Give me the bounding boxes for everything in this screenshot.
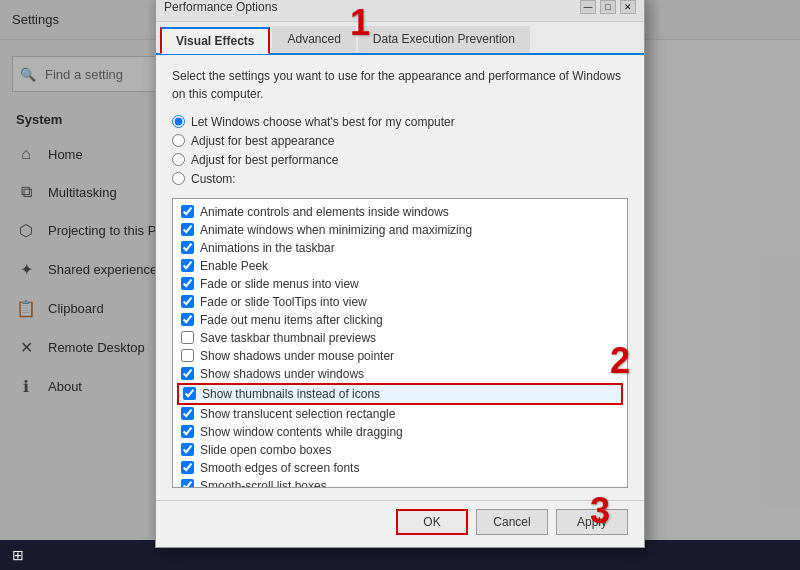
dialog-description: Select the settings you want to use for … [172,67,628,103]
checkbox-item-5: Fade or slide ToolTips into view [177,293,623,311]
checkbox-label-12[interactable]: Show window contents while dragging [200,425,403,439]
checkbox-item-7: Save taskbar thumbnail previews [177,329,623,347]
tab-advanced[interactable]: Advanced [272,26,355,53]
checkbox-item-2: Animations in the taskbar [177,239,623,257]
ok-button[interactable]: OK [396,509,468,535]
checkbox-item-0: Animate controls and elements inside win… [177,203,623,221]
checkbox-label-2[interactable]: Animations in the taskbar [200,241,335,255]
radio-item-best-performance: Adjust for best performance [172,153,628,167]
checkbox-2[interactable] [181,241,194,254]
tab-visual-effects[interactable]: Visual Effects [160,27,270,54]
checkbox-5[interactable] [181,295,194,308]
checkbox-4[interactable] [181,277,194,290]
checkbox-label-4[interactable]: Fade or slide menus into view [200,277,359,291]
radio-item-custom: Custom: [172,172,628,186]
minimize-button[interactable]: — [580,0,596,14]
maximize-button[interactable]: □ [600,0,616,14]
checkbox-item-10: Show thumbnails instead of icons [177,383,623,405]
checkbox-label-9[interactable]: Show shadows under windows [200,367,364,381]
checkbox-item-9: Show shadows under windows [177,365,623,383]
checkbox-label-10[interactable]: Show thumbnails instead of icons [202,387,380,401]
checkbox-item-3: Enable Peek [177,257,623,275]
checkbox-12[interactable] [181,425,194,438]
checkbox-label-8[interactable]: Show shadows under mouse pointer [200,349,394,363]
dialog-titlebar: Performance Options — □ ✕ [156,0,644,22]
radio-group: Let Windows choose what's best for my co… [172,115,628,186]
checkbox-label-14[interactable]: Smooth edges of screen fonts [200,461,359,475]
checkbox-8[interactable] [181,349,194,362]
titlebar-controls: — □ ✕ [580,0,636,14]
checkbox-label-1[interactable]: Animate windows when minimizing and maxi… [200,223,472,237]
close-button[interactable]: ✕ [620,0,636,14]
dialog-body: Select the settings you want to use for … [156,55,644,500]
checkbox-3[interactable] [181,259,194,272]
checkbox-item-14: Smooth edges of screen fonts [177,459,623,477]
checkbox-label-11[interactable]: Show translucent selection rectangle [200,407,395,421]
checkbox-item-11: Show translucent selection rectangle [177,405,623,423]
radio-best-performance[interactable] [172,153,185,166]
start-icon[interactable]: ⊞ [8,545,28,565]
radio-best-performance-label[interactable]: Adjust for best performance [191,153,338,167]
radio-best-appearance[interactable] [172,134,185,147]
checkbox-0[interactable] [181,205,194,218]
modal-overlay: Performance Options — □ ✕ Visual Effects… [0,0,800,540]
radio-let-windows[interactable] [172,115,185,128]
checkbox-7[interactable] [181,331,194,344]
checkbox-6[interactable] [181,313,194,326]
checkbox-14[interactable] [181,461,194,474]
checkbox-item-8: Show shadows under mouse pointer [177,347,623,365]
checkbox-label-3[interactable]: Enable Peek [200,259,268,273]
checkbox-label-6[interactable]: Fade out menu items after clicking [200,313,383,327]
apply-button[interactable]: Apply [556,509,628,535]
checkbox-item-1: Animate windows when minimizing and maxi… [177,221,623,239]
checkbox-label-13[interactable]: Slide open combo boxes [200,443,331,457]
checkbox-label-0[interactable]: Animate controls and elements inside win… [200,205,449,219]
dialog-tabs: Visual Effects Advanced Data Execution P… [156,22,644,55]
radio-let-windows-label[interactable]: Let Windows choose what's best for my co… [191,115,455,129]
dialog-title: Performance Options [164,0,277,14]
checkbox-label-7[interactable]: Save taskbar thumbnail previews [200,331,376,345]
checkbox-item-15: Smooth-scroll list boxes [177,477,623,488]
checkbox-13[interactable] [181,443,194,456]
tab-dep[interactable]: Data Execution Prevention [358,26,530,53]
checkbox-label-5[interactable]: Fade or slide ToolTips into view [200,295,367,309]
radio-item-let-windows: Let Windows choose what's best for my co… [172,115,628,129]
radio-item-best-appearance: Adjust for best appearance [172,134,628,148]
radio-best-appearance-label[interactable]: Adjust for best appearance [191,134,334,148]
checkbox-9[interactable] [181,367,194,380]
checkbox-item-6: Fade out menu items after clicking [177,311,623,329]
checkbox-item-12: Show window contents while dragging [177,423,623,441]
checkbox-11[interactable] [181,407,194,420]
radio-custom[interactable] [172,172,185,185]
performance-dialog: Performance Options — □ ✕ Visual Effects… [155,0,645,548]
radio-custom-label[interactable]: Custom: [191,172,236,186]
checkbox-10[interactable] [183,387,196,400]
cancel-button[interactable]: Cancel [476,509,548,535]
checkbox-item-13: Slide open combo boxes [177,441,623,459]
checkbox-item-4: Fade or slide menus into view [177,275,623,293]
checkbox-15[interactable] [181,479,194,488]
dialog-footer: OK Cancel Apply [156,500,644,547]
checkbox-1[interactable] [181,223,194,236]
checkbox-listbox[interactable]: Animate controls and elements inside win… [172,198,628,488]
checkbox-label-15[interactable]: Smooth-scroll list boxes [200,479,327,488]
